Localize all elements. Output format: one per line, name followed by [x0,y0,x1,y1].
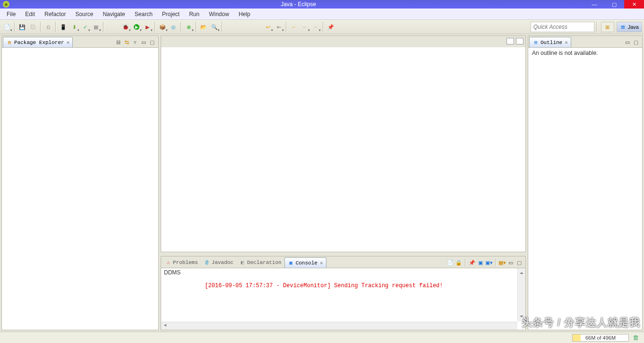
close-icon[interactable]: ✕ [565,39,568,45]
maximize-view-button[interactable]: ▢ [148,38,156,46]
console-header: DDMS [164,269,523,276]
console-tab[interactable]: ▣ Console ✕ [284,257,326,268]
package-explorer-tab[interactable]: ⊞ Package Explorer ✕ [3,37,73,47]
link-editor-button[interactable]: ⇆ [123,38,130,46]
save-button[interactable]: 💾 [17,22,27,32]
avd-manager-button[interactable]: 📱 [58,22,69,32]
watermark-text: 头条号 / 分享达人就是我 [522,316,640,330]
open-task-button[interactable]: 📂 [198,22,209,32]
new-button[interactable]: 📄 [2,22,12,32]
declaration-tab[interactable]: ◧ Declaration [236,257,284,268]
console-select-button[interactable]: ▣▾ [485,259,493,266]
window-controls: — ▢ ✕ [584,0,644,9]
main-toolbar: 📄 💾 ⿻ ⎙ 📱 ⬇ ✓ ▦ 🐞 ▶ ▶ 📦 ◎ ⊕ 📂 🔍 ↩ ⇤ ← ← … [0,20,644,34]
minimize-editor-button[interactable] [507,38,514,44]
maximize-button[interactable]: ▢ [604,0,624,9]
minimize-button[interactable]: — [584,0,604,9]
new-package-button[interactable]: 📦 [157,22,168,32]
java-perspective-button[interactable]: 〓 Java [617,22,642,32]
menu-refactor[interactable]: Refactor [40,9,70,19]
sdk-manager-button[interactable]: ⬇ [69,22,79,32]
eclipse-icon: ◉ [3,1,9,8]
open-perspective-button[interactable]: ⊞ [601,22,614,32]
outline-title: Outline [541,40,562,45]
console-body[interactable]: DDMS [2016-09-05 17:57:37 - DeviceMonito… [161,268,525,330]
save-all-button[interactable]: ⿻ [28,22,38,32]
java-perspective-icon: 〓 [620,24,627,30]
minimize-outline-button[interactable]: ▭ [624,38,631,46]
new-android-button[interactable]: ▦ [91,22,101,32]
minimize-console-button[interactable]: ▭ [507,259,515,266]
menu-edit[interactable]: Edit [20,9,40,19]
editor-area [161,35,526,252]
nav-back-history-button[interactable]: ← [300,22,310,32]
outline-message: An outline is not available. [532,50,598,56]
menu-search[interactable]: Search [130,9,157,19]
view-menu-button[interactable]: ▿ [131,38,139,46]
gc-button[interactable]: 🗑 [633,334,640,342]
console-error-line: [2016-09-05 17:57:37 - DeviceMonitor] Se… [205,282,443,289]
menu-run[interactable]: Run [184,9,204,19]
menu-project[interactable]: Project [157,9,184,19]
vertical-scrollbar[interactable] [517,268,525,321]
close-button[interactable]: ✕ [624,0,644,9]
menu-file[interactable]: File [2,9,20,19]
console-new-button[interactable]: ▦▾ [498,259,506,266]
debug-button[interactable]: 🐞 [120,22,131,32]
problems-tab[interactable]: ⚠ Problems [162,257,201,268]
nav-annotation-prev-button[interactable]: ⇤ [274,22,284,32]
package-explorer-tabbar: ⊞ Package Explorer ✕ ⊟ ⇆ ▿ ▭ ▢ [2,36,158,47]
package-explorer-body[interactable] [2,47,158,330]
quick-access-input[interactable] [531,22,594,32]
menu-source[interactable]: Source [70,9,98,19]
nav-forward-button[interactable]: → [310,22,321,32]
outline-icon: ⊞ [532,39,539,46]
console-action1-button[interactable]: 📄 [447,259,454,266]
window-titlebar: ◉ Java - Eclipse — ▢ ✕ [0,0,644,9]
heap-status[interactable]: 66M of 496M [572,334,629,342]
print-button[interactable]: ⎙ [43,22,53,32]
menu-help[interactable]: Help [234,9,255,19]
problems-icon: ⚠ [165,259,172,266]
java-perspective-label: Java [628,24,639,30]
console-action2-button[interactable]: 🔒 [455,259,463,266]
menu-navigate[interactable]: Navigate [98,9,129,19]
javadoc-tab[interactable]: @ Javadoc [201,257,236,268]
menu-bar: File Edit Refactor Source Navigate Searc… [0,9,644,20]
close-icon[interactable]: ✕ [67,39,70,45]
maximize-outline-button[interactable]: ▢ [632,38,640,46]
outline-tabbar: ⊞ Outline ✕ ▭ ▢ [528,36,642,47]
search-button[interactable]: 🔍 [209,22,220,32]
left-panel: ⊞ Package Explorer ✕ ⊟ ⇆ ▿ ▭ ▢ [0,34,160,332]
right-panel: ⊞ Outline ✕ ▭ ▢ An outline is not availa… [527,34,644,332]
close-icon[interactable]: ✕ [320,260,323,266]
declaration-icon: ◧ [239,259,246,266]
collapse-all-button[interactable]: ⊟ [114,38,122,46]
window-title: Java - Eclipse [12,1,584,8]
horizontal-scrollbar[interactable] [161,322,517,330]
run-last-button[interactable]: ▶ [142,22,153,32]
outline-tab[interactable]: ⊞ Outline ✕ [529,37,571,47]
nav-back-button[interactable]: ← [289,22,299,32]
nav-last-button[interactable]: ↩ [263,22,273,32]
console-display-button[interactable]: ▣ [477,259,484,266]
new-class-button[interactable]: ◎ [168,22,179,32]
console-pin-button[interactable]: 📌 [468,259,476,266]
editor-body[interactable] [161,47,525,252]
run-button[interactable]: ▶ [131,22,142,32]
open-type-button[interactable]: ⊕ [183,22,194,32]
maximize-editor-button[interactable] [516,38,524,44]
status-bar: 66M of 496M 🗑 [0,332,644,343]
menu-window[interactable]: Window [204,9,234,19]
package-explorer-icon: ⊞ [6,39,13,46]
lint-button[interactable]: ✓ [80,22,90,32]
pin-editor-button[interactable]: 📌 [326,22,336,32]
workspace: ⊞ Package Explorer ✕ ⊟ ⇆ ▿ ▭ ▢ [0,34,644,332]
minimize-view-button[interactable]: ▭ [140,38,147,46]
javadoc-icon: @ [204,259,210,266]
bottom-tabbar: ⚠ Problems @ Javadoc ◧ Declaration ▣ Con… [161,256,525,268]
package-explorer-title: Package Explorer [14,40,64,45]
maximize-console-button[interactable]: ▢ [515,259,523,266]
outline-body: An outline is not available. [528,47,642,330]
console-icon: ▣ [288,260,294,266]
